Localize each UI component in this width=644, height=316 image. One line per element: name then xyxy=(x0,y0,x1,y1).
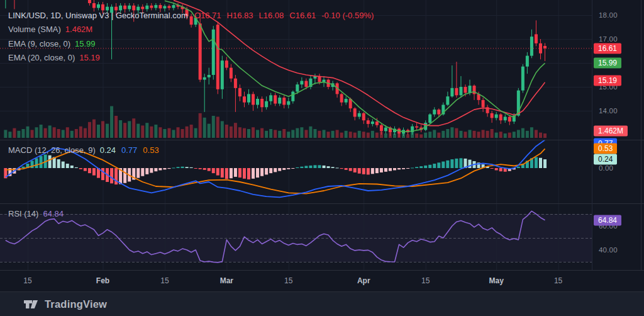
volume-bar xyxy=(539,133,542,138)
macd-histogram-bar xyxy=(203,168,206,170)
macd-histogram-bar xyxy=(282,168,286,170)
macd-histogram-bar xyxy=(79,168,82,169)
candle-body xyxy=(234,79,237,88)
volume-bar xyxy=(21,129,25,138)
macd-histogram-bar xyxy=(221,168,224,178)
macd-histogram-bar xyxy=(300,167,303,168)
macd-histogram-bar xyxy=(238,168,242,178)
macd-histogram-bar xyxy=(331,167,335,168)
candle-body xyxy=(243,96,246,103)
macd-histogram-bar xyxy=(459,158,462,168)
price-axis[interactable]: 18.0017.0015.0014.000.0060.0040.0016.611… xyxy=(592,0,644,270)
candle-body xyxy=(269,95,272,101)
macd-legend-row[interactable]: MACD (12, 26, close, 9) 0.24 0.77 0.53 xyxy=(8,145,165,155)
volume-bar xyxy=(513,132,516,138)
macd-histogram-bar xyxy=(336,167,339,168)
volume-bar xyxy=(221,121,224,138)
volume-bar xyxy=(167,128,170,138)
volume-bar xyxy=(256,130,259,138)
time-axis-label: 15 xyxy=(160,276,169,285)
macd-histogram-bar xyxy=(278,168,281,171)
volume-bar xyxy=(216,116,219,138)
candle-body xyxy=(358,113,361,117)
macd-histogram-bar xyxy=(136,168,140,178)
volume-bar xyxy=(194,128,197,138)
ema9-legend-row[interactable]: EMA (9, close, 0) 15.99 xyxy=(8,37,379,51)
volume-bar xyxy=(287,132,290,138)
volume-bar xyxy=(269,129,272,138)
candle-body xyxy=(539,43,542,54)
macd-histogram-bar xyxy=(543,159,547,168)
macd-histogram-bar xyxy=(428,165,431,168)
volume-bar xyxy=(8,132,11,138)
macd-histogram-bar xyxy=(318,165,321,168)
macd-histogram-bar xyxy=(296,167,299,168)
volume-bar xyxy=(13,128,16,138)
candle-body xyxy=(230,68,233,79)
macd-histogram-bar xyxy=(309,166,312,168)
volume-bar xyxy=(40,125,43,138)
macd-histogram-bar xyxy=(92,168,96,176)
macd-histogram-bar xyxy=(216,168,219,176)
volume-bar xyxy=(114,116,118,138)
price-axis-label: 0.00 xyxy=(599,164,613,172)
volume-bar xyxy=(150,127,153,138)
volume-bar xyxy=(375,133,379,138)
volume-bar xyxy=(477,132,480,138)
volume-bar xyxy=(491,129,494,138)
macd-histogram-bar xyxy=(167,168,170,169)
time-axis-label: Feb xyxy=(96,276,109,285)
tradingview-logo-icon[interactable] xyxy=(23,298,39,310)
ema20-legend-row[interactable]: EMA (20, close, 0) 15.19 xyxy=(8,51,379,65)
volume-badge: 1.462M xyxy=(594,126,628,137)
time-axis-label: 15 xyxy=(284,276,292,285)
volume-bar xyxy=(406,134,409,138)
macd-histogram-bar xyxy=(287,168,290,169)
candle-body xyxy=(282,98,286,104)
time-axis-label: 15 xyxy=(421,276,430,285)
macd-histogram-bar xyxy=(446,161,449,168)
macd-histogram-bar xyxy=(199,168,202,169)
volume-bar xyxy=(274,130,277,138)
candle-body xyxy=(535,34,538,43)
macd-histogram-bar xyxy=(535,157,538,168)
rsi-legend-row[interactable]: RSI (14) 64.84 xyxy=(8,209,69,218)
volume-bar xyxy=(446,129,449,138)
macd-histogram-bar xyxy=(172,167,175,168)
macd-histogram-bar xyxy=(150,168,153,173)
volume-bar xyxy=(353,133,357,138)
volume-bar xyxy=(53,127,56,138)
candle-body xyxy=(384,128,387,132)
candle-body xyxy=(530,37,533,55)
volume-bar xyxy=(384,133,387,138)
symbol-legend-row[interactable]: LINK/USD, 1D, Uniswap V3 | GeckoTerminal… xyxy=(8,8,379,23)
candle-body xyxy=(340,94,343,102)
macd-histogram-bar xyxy=(323,166,326,168)
price-axis-label: 14.00 xyxy=(599,107,618,115)
macd-histogram-bar xyxy=(380,168,383,172)
volume-bar xyxy=(424,133,427,138)
volume-bar xyxy=(84,128,87,138)
macd-histogram-bar xyxy=(208,168,211,171)
price-axis-label: 40.00 xyxy=(599,246,618,254)
price-axis-label: 18.00 xyxy=(599,11,618,19)
tradingview-brand-link[interactable]: TradingView xyxy=(45,298,107,310)
symbol-title[interactable]: LINK/USD, 1D, Uniswap V3 | GeckoTerminal… xyxy=(8,11,188,20)
macd-histogram-bar xyxy=(349,168,352,171)
macd-histogram-bar xyxy=(269,168,272,173)
candle-body xyxy=(455,88,458,95)
macd-histogram-bar xyxy=(327,166,330,168)
macd-histogram-bar xyxy=(437,162,440,168)
volume-bar xyxy=(428,132,431,138)
candle-body xyxy=(380,125,383,132)
macd-histogram-bar xyxy=(265,168,268,174)
time-axis[interactable]: 15Feb15Mar15Apr15May15 xyxy=(0,270,592,291)
volume-bar xyxy=(145,123,148,138)
candle-body xyxy=(97,4,100,8)
macd-histogram-bar xyxy=(313,165,316,168)
volume-bar xyxy=(48,125,52,138)
volume-bar xyxy=(441,131,445,138)
volume-legend-row[interactable]: Volume (SMA) 1.462M xyxy=(8,23,379,37)
volume-bar xyxy=(437,133,440,138)
macd-histogram-bar xyxy=(234,168,237,177)
